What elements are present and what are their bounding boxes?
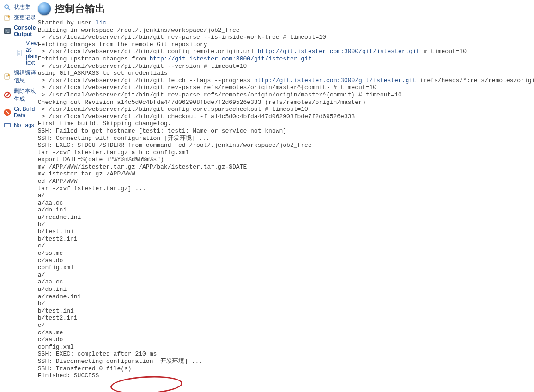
notepad-icon: [4, 73, 11, 80]
console-output: Started by user lic Building in workspac…: [38, 19, 534, 380]
console-link[interactable]: lic: [96, 19, 106, 26]
terminal-icon: >_: [4, 27, 11, 35]
sidebar-item-label: Git Build Data: [14, 106, 38, 119]
sidebar: 状态集 变更记录 >_ Console Output View as plain…: [0, 0, 38, 392]
sidebar-item-no-tags[interactable]: No Tags: [4, 120, 38, 130]
card-icon: [4, 121, 11, 129]
sidebar-item-label: 删除本次生成: [14, 87, 38, 103]
sidebar-item-label: 变更记录: [14, 14, 36, 22]
sidebar-item-delete-build[interactable]: 删除本次生成: [4, 86, 38, 104]
sidebar-item-label: 状态集: [14, 3, 30, 11]
status-ball-icon: [38, 2, 51, 15]
sidebar-item-label: View as plain text: [26, 40, 38, 66]
sidebar-item-label: Console Output: [14, 24, 38, 37]
sidebar-item-label: No Tags: [14, 122, 34, 128]
sidebar-item-status[interactable]: 状态集: [4, 2, 38, 12]
sidebar-item-plain-text[interactable]: View as plain text: [4, 39, 38, 67]
sidebar-item-console-output[interactable]: >_ Console Output: [4, 23, 38, 39]
console-link[interactable]: http://git.istester.com:3000/git/isteste…: [150, 55, 312, 62]
console-link[interactable]: http://git.istester.com:3000/git/isteste…: [258, 48, 420, 55]
no-sign-icon: [4, 91, 11, 99]
sidebar-item-edit-build-info[interactable]: 编辑编译信息: [4, 67, 38, 86]
svg-line-16: [6, 93, 9, 97]
sidebar-item-changes[interactable]: 变更记录: [4, 12, 38, 23]
svg-line-1: [8, 8, 10, 10]
notepad-icon: [4, 14, 11, 22]
git-icon: [4, 109, 11, 116]
sidebar-item-git-build-data[interactable]: Git Build Data: [4, 104, 38, 120]
svg-point-0: [5, 5, 8, 8]
page-heading: 控制台输出: [38, 2, 534, 16]
sidebar-item-label: 编辑编译信息: [14, 69, 38, 84]
search-icon: [4, 4, 11, 11]
main-content: 控制台输出 Started by user lic Building in wo…: [38, 0, 534, 392]
svg-text:>_: >_: [6, 29, 9, 33]
document-icon: [16, 49, 23, 57]
console-link[interactable]: http://git.istester.com:3000/git/isteste…: [254, 77, 416, 84]
page-title: 控制台输出: [55, 2, 105, 16]
svg-rect-22: [5, 123, 11, 124]
